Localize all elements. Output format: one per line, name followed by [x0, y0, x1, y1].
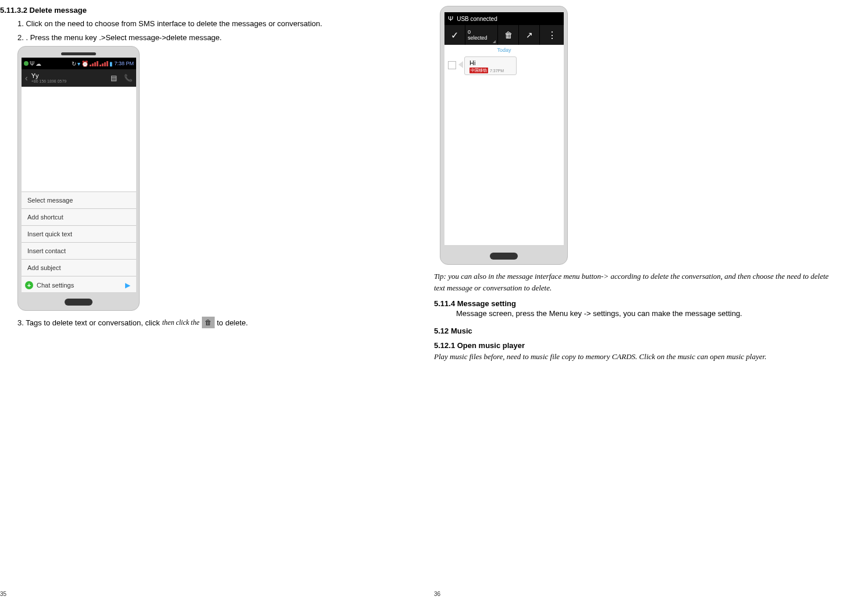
step3-part1: 3. Tags to delete text or conversation, …	[17, 318, 160, 327]
signal-icon-1	[90, 61, 98, 66]
call-icon[interactable]: 📞	[124, 74, 133, 82]
plus-icon: +	[25, 281, 33, 289]
menu-label: Select message	[27, 197, 73, 204]
contact-number: +86 156 1898 0579	[31, 79, 104, 84]
menu-add-shortcut[interactable]: Add shortcut	[22, 208, 136, 226]
tip-paragraph: Tip: you can also in the message interfa…	[434, 271, 841, 293]
heading-5-12: 5.12 Music	[434, 327, 841, 335]
heading-5-12-1: 5.12.1 Open music player	[434, 341, 841, 350]
body-5-11-4: Message screen, press the Menu key -> se…	[434, 308, 841, 320]
selection-action-bar: ✓ 0 selected 🗑 ↗ ⋮	[444, 25, 564, 45]
phone-screenshot-2: Ψ USB connected ✓ 0 selected 🗑 ↗ ⋮ Today	[440, 6, 568, 265]
phone-screenshot-1: Ψ ☁ ↻ ▾ ⏰ ▮ 7:38 PM ‹	[17, 46, 140, 311]
phone1-screen: Ψ ☁ ↻ ▾ ⏰ ▮ 7:38 PM ‹	[22, 58, 136, 292]
menu-label: Insert contact	[27, 247, 66, 254]
step-2-text: 2. . Press the menu key .>Select message…	[0, 32, 326, 44]
cloud-icon: ☁	[35, 61, 41, 67]
page-36: Ψ USB connected ✓ 0 selected 🗑 ↗ ⋮ Today	[434, 0, 868, 603]
message-time: 7:37PM	[490, 69, 504, 73]
selected-count[interactable]: 0 selected	[465, 25, 498, 45]
menu-label: Insert quick text	[27, 230, 72, 237]
page-number-right: 36	[434, 591, 440, 597]
usb-icon: Ψ	[448, 15, 453, 22]
sync-icon: ↻	[72, 61, 76, 67]
status-bar: Ψ ☁ ↻ ▾ ⏰ ▮ 7:38 PM	[22, 58, 136, 69]
carrier-tag: 中国移动	[469, 68, 488, 73]
step3-part3: to delete.	[217, 318, 248, 327]
dropdown-triangle-icon	[493, 40, 496, 43]
chevron-right-icon: ▶	[125, 281, 130, 289]
heading-delete-message: 5.11.3.2 Delete message	[0, 6, 326, 15]
message-text: Hi	[469, 59, 511, 66]
delete-icon[interactable]: 🗑	[498, 25, 519, 45]
menu-label: Add subject	[27, 264, 61, 271]
step-3-text: 3. Tags to delete text or conversation, …	[0, 317, 326, 328]
trash-icon: 🗑	[202, 317, 215, 328]
bubble-tail-icon	[458, 61, 463, 68]
phone-speaker	[61, 52, 96, 55]
status-dot-icon	[24, 61, 29, 66]
message-bubble[interactable]: Hi 中国移动 7:37PM	[464, 56, 517, 75]
contact-name: Yy	[31, 72, 39, 79]
back-icon[interactable]: ‹	[25, 73, 28, 83]
done-check-icon[interactable]: ✓	[444, 25, 465, 45]
body-5-12-1: Play music files before, need to music f…	[434, 351, 841, 363]
date-label: Today	[444, 45, 564, 55]
contact-name-block: Yy +86 156 1898 0579	[31, 72, 104, 84]
menu-label: Chat settings	[37, 282, 74, 289]
menu-insert-contact[interactable]: Insert contact	[22, 242, 136, 260]
share-icon[interactable]: ↗	[519, 25, 540, 45]
home-button[interactable]	[65, 299, 93, 306]
message-row: Hi 中国移动 7:37PM	[444, 55, 564, 76]
selected-label: selected	[468, 36, 488, 41]
page-35: 5.11.3.2 Delete message 1. Click on the …	[0, 0, 434, 603]
menu-add-subject[interactable]: Add subject	[22, 259, 136, 276]
signal-icon-2	[99, 61, 108, 66]
step-1-text: 1. Click on the need to choose from SMS …	[0, 18, 326, 30]
wifi-icon: ▾	[77, 61, 80, 67]
alarm-icon: ⏰	[81, 61, 88, 67]
usb-icon: Ψ	[30, 61, 34, 67]
selected-num: 0	[468, 30, 471, 35]
menu-insert-quick-text[interactable]: Insert quick text	[22, 225, 136, 243]
heading-5-11-4: 5.11.4 Message setting	[434, 299, 841, 308]
menu-label: Add shortcut	[27, 214, 63, 221]
context-menu: Select message Add shortcut Insert quick…	[22, 191, 136, 292]
step3-then-click: then click the	[162, 318, 200, 327]
battery-icon: ▮	[109, 61, 113, 67]
overflow-menu-icon[interactable]: ⋮	[540, 25, 564, 45]
menu-chat-settings[interactable]: + Chat settings ▶	[22, 276, 136, 292]
usb-connected-label: USB connected	[457, 16, 497, 22]
phone2-screen: Ψ USB connected ✓ 0 selected 🗑 ↗ ⋮ Today	[444, 12, 564, 245]
status-time: 7:38 PM	[114, 61, 134, 66]
chat-header: ‹ Yy +86 156 1898 0579 ▤ 📞	[22, 69, 136, 87]
chat-body-area	[22, 87, 136, 191]
page-number-left: 35	[0, 591, 6, 597]
contact-card-icon[interactable]: ▤	[111, 74, 117, 82]
status-bar-2: Ψ USB connected	[444, 12, 564, 25]
message-checkbox[interactable]	[448, 61, 456, 69]
home-button[interactable]	[490, 253, 518, 260]
menu-select-message[interactable]: Select message	[22, 191, 136, 209]
message-meta: 中国移动 7:37PM	[469, 68, 511, 73]
